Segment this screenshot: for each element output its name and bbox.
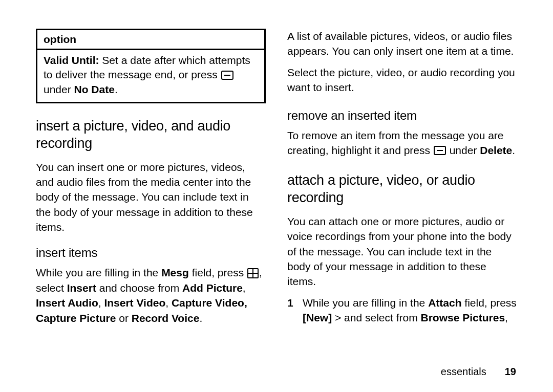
rm-text-2: under bbox=[446, 144, 480, 156]
new-label: [New] bbox=[303, 312, 332, 323]
option-body: Valid Until: Set a date after which atte… bbox=[37, 50, 264, 102]
or-text: or bbox=[116, 312, 131, 324]
page-number: 19 bbox=[505, 366, 516, 377]
para-remove: To remove an item from the message you a… bbox=[287, 128, 517, 158]
grid-key-icon bbox=[247, 268, 259, 278]
period-1: . bbox=[199, 312, 202, 324]
step-1-text: While you are filling in the Attach fiel… bbox=[303, 295, 517, 325]
s1-text-3: > and select from bbox=[332, 312, 420, 323]
para-list: A list of available pictures, videos, or… bbox=[287, 29, 517, 59]
option-header: option bbox=[37, 30, 264, 50]
attach-label: Attach bbox=[428, 297, 461, 309]
para-attach-desc: You can attach one or more pictures, aud… bbox=[287, 214, 517, 289]
s1-text-1: While you are filling in the bbox=[303, 297, 428, 309]
ii-text-2: field, press bbox=[189, 267, 247, 278]
step-1: 1 While you are filling in the Attach fi… bbox=[287, 295, 517, 325]
record-voice-label: Record Voice bbox=[132, 312, 200, 324]
left-column: option Valid Until: Set a date after whi… bbox=[36, 29, 266, 358]
right-column: A list of available pictures, videos, or… bbox=[287, 29, 517, 358]
rm-text-3: . bbox=[512, 144, 515, 156]
capture-picture-label: Capture Picture bbox=[36, 312, 116, 324]
step-1-num: 1 bbox=[287, 295, 303, 325]
page-footer: essentials19 bbox=[441, 366, 516, 378]
delete-label: Delete bbox=[480, 144, 512, 156]
footer-label: essentials bbox=[441, 366, 486, 377]
menu-key-icon bbox=[434, 146, 446, 155]
mesg-label: Mesg bbox=[161, 267, 189, 278]
valid-until-label: Valid Until: bbox=[44, 54, 99, 66]
para-insert-desc: You can insert one or more pictures, vid… bbox=[36, 160, 266, 235]
comma-3: , bbox=[165, 297, 172, 309]
ii-text-4: and choose from bbox=[96, 282, 182, 294]
s1-text-2: field, press bbox=[461, 297, 516, 309]
s1-text-4: , bbox=[505, 312, 508, 323]
add-picture-label: Add Picture bbox=[182, 282, 243, 294]
heading-remove: remove an inserted item bbox=[287, 108, 517, 123]
page-columns: option Valid Until: Set a date after whi… bbox=[0, 0, 553, 358]
option-box: option Valid Until: Set a date after whi… bbox=[36, 29, 266, 103]
browse-pictures-label: Browse Pictures bbox=[421, 312, 505, 323]
no-date-label: No Date bbox=[74, 83, 115, 95]
heading-attach: attach a picture, video, or audio record… bbox=[287, 172, 517, 207]
ii-text-1: While you are filling in the bbox=[36, 267, 161, 278]
insert-label: Insert bbox=[67, 282, 96, 294]
insert-video-label: Insert Video bbox=[104, 297, 165, 309]
insert-audio-label: Insert Audio bbox=[36, 297, 98, 309]
capture-video-label: Capture Video, bbox=[172, 297, 247, 309]
comma-2: , bbox=[98, 297, 104, 309]
para-select: Select the picture, video, or audio reco… bbox=[287, 65, 517, 95]
valid-text-2: under bbox=[44, 83, 74, 95]
valid-text-3: . bbox=[115, 83, 118, 95]
para-insert-items: While you are filling in the Mesg field,… bbox=[36, 265, 266, 325]
menu-key-icon bbox=[221, 71, 233, 80]
heading-insert-pva: insert a picture, video, and audio recor… bbox=[36, 118, 266, 153]
comma-1: , bbox=[243, 282, 246, 294]
heading-insert-items: insert items bbox=[36, 246, 266, 260]
